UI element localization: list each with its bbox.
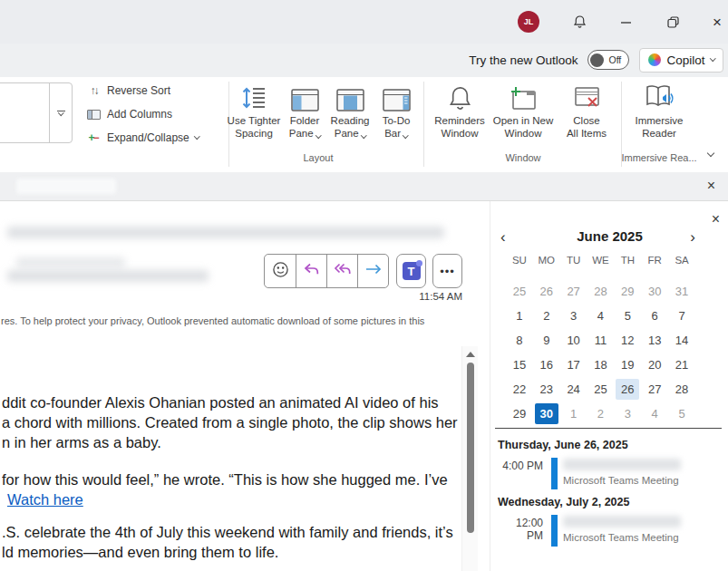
- react-button[interactable]: [265, 255, 296, 287]
- sort-arrows-icon: ↑↓: [86, 84, 102, 97]
- calendar-day[interactable]: 30: [641, 279, 668, 304]
- reply-button[interactable]: [296, 255, 326, 287]
- window-group-label: Window: [473, 152, 573, 163]
- body-line: ld memories—and even bring them to life.: [2, 542, 460, 562]
- calendar-day[interactable]: 18: [587, 353, 615, 377]
- calendar-day[interactable]: 9: [533, 328, 560, 353]
- reading-pane: T ••• 11:54 AM res. To help protect your…: [0, 201, 482, 571]
- button-label: To-Do: [383, 115, 411, 126]
- calendar-day[interactable]: 28: [587, 279, 615, 304]
- calendar-day[interactable]: 4: [587, 304, 615, 328]
- calendar-day[interactable]: 25: [506, 279, 533, 304]
- calendar-day[interactable]: 31: [668, 279, 695, 304]
- columns-icon: [86, 110, 102, 120]
- calendar-day[interactable]: 1: [506, 304, 533, 328]
- copilot-icon: [648, 53, 661, 66]
- calendar-day[interactable]: 13: [641, 328, 668, 353]
- calendar-day[interactable]: 29: [614, 279, 641, 304]
- agenda-item[interactable]: Wednesday, July 2, 2025 12:00 PM Microso…: [490, 496, 728, 547]
- close-all-items-button[interactable]: CloseAll Items: [558, 81, 615, 149]
- calendar-day[interactable]: 27: [560, 279, 587, 304]
- minimize-button[interactable]: [613, 11, 638, 33]
- calendar-day[interactable]: 3: [560, 304, 587, 328]
- share-to-teams-button[interactable]: T: [396, 254, 426, 288]
- use-tighter-spacing-button[interactable]: Use TighterSpacing: [230, 81, 277, 149]
- close-window-button[interactable]: ×: [704, 11, 728, 33]
- watch-here-link[interactable]: Watch here: [7, 491, 83, 508]
- reverse-sort-button[interactable]: ↑↓ Reverse Sort: [86, 82, 170, 99]
- body-line: for how this would feel,” he wrote. “Thi…: [2, 469, 460, 489]
- calendar-day[interactable]: 20: [641, 353, 668, 377]
- calendar-day[interactable]: 11: [587, 328, 615, 353]
- agenda-time: 4:00 PM: [498, 458, 543, 489]
- copilot-label: Copilot: [666, 53, 704, 67]
- close-icon: ×: [713, 15, 722, 30]
- toggle-knob: [590, 53, 604, 67]
- email-paragraph: for how this would feel,” he wrote. “Thi…: [2, 469, 460, 509]
- calendar-grid: 2526272829303112345678910111213141516171…: [506, 279, 695, 426]
- calendar-day[interactable]: 25: [587, 377, 615, 402]
- new-outlook-toggle[interactable]: Off: [587, 50, 629, 70]
- info-bar-close-button[interactable]: ×: [707, 179, 715, 193]
- forward-arrow-icon: [364, 262, 383, 280]
- forward-button[interactable]: [357, 255, 388, 287]
- ribbon-split-button[interactable]: [0, 82, 73, 143]
- reminders-window-button[interactable]: RemindersWindow: [432, 81, 487, 149]
- agenda-item[interactable]: Thursday, June 26, 2025 4:00 PM Microsof…: [490, 439, 728, 489]
- restore-button[interactable]: [660, 11, 685, 33]
- immersive-reader-button[interactable]: ImmersiveReader: [629, 81, 689, 149]
- copilot-button[interactable]: Copilot: [639, 48, 723, 73]
- calendar-day[interactable]: 7: [668, 304, 695, 328]
- split-dropdown-segment[interactable]: [49, 83, 72, 142]
- calendar-day[interactable]: 6: [641, 304, 668, 328]
- smiley-icon: [272, 261, 289, 282]
- calendar-nav: ‹ June 2025 ›: [490, 228, 728, 248]
- calendar-day[interactable]: 16: [533, 353, 560, 377]
- calendar-day[interactable]: 14: [668, 328, 695, 353]
- calendar-day[interactable]: 1: [560, 402, 587, 426]
- add-columns-button[interactable]: Add Columns: [86, 106, 172, 122]
- calendar-day[interactable]: 5: [614, 304, 641, 328]
- email-paragraph: ddit co-founder Alexis Ohanian posted an…: [2, 392, 460, 452]
- body-line: ddit co-founder Alexis Ohanian posted an…: [2, 392, 460, 412]
- todo-bar-button[interactable]: To-DoBar: [374, 81, 419, 149]
- calendar-day-header: SA: [668, 255, 695, 271]
- scroll-up-arrow-icon[interactable]: [466, 352, 475, 357]
- notifications-bell-button[interactable]: [567, 11, 592, 33]
- todo-bar-close-button[interactable]: ×: [712, 212, 720, 227]
- calendar-day[interactable]: 27: [641, 377, 668, 402]
- calendar-day[interactable]: 26: [533, 279, 560, 304]
- todo-bar-icon: [383, 81, 411, 111]
- calendar-day[interactable]: 17: [560, 353, 587, 377]
- calendar-day[interactable]: 21: [668, 353, 695, 377]
- calendar-day[interactable]: 29: [506, 402, 533, 426]
- calendar-day[interactable]: 26: [614, 377, 641, 402]
- calendar-day[interactable]: 2: [587, 402, 615, 426]
- account-avatar[interactable]: JL: [518, 11, 539, 33]
- calendar-day[interactable]: 23: [533, 377, 560, 402]
- scrollbar-thumb[interactable]: [467, 363, 474, 533]
- reading-pane-button[interactable]: ReadingPane: [327, 81, 373, 149]
- expand-collapse-button[interactable]: +− Expand/Collapse: [86, 130, 199, 146]
- teams-icon: T: [403, 262, 421, 280]
- calendar-day[interactable]: 3: [614, 402, 641, 426]
- calendar-day[interactable]: 2: [533, 304, 560, 328]
- blurred-sender-name: [16, 257, 125, 267]
- calendar-day[interactable]: 15: [506, 353, 533, 377]
- open-in-new-window-button[interactable]: Open in NewWindow: [491, 81, 555, 149]
- calendar-day[interactable]: 12: [614, 328, 641, 353]
- calendar-day[interactable]: 4: [641, 402, 668, 426]
- more-actions-button[interactable]: •••: [432, 254, 462, 288]
- calendar-day[interactable]: 30: [533, 402, 560, 426]
- reply-all-button[interactable]: [326, 255, 357, 287]
- calendar-day[interactable]: 19: [614, 353, 641, 377]
- calendar-day[interactable]: 5: [668, 402, 695, 426]
- calendar-day[interactable]: 22: [506, 377, 533, 402]
- reading-scrollbar[interactable]: [461, 346, 478, 571]
- folder-pane-button[interactable]: FolderPane: [282, 81, 327, 149]
- calendar-day[interactable]: 24: [560, 377, 587, 402]
- calendar-day[interactable]: 28: [668, 377, 695, 402]
- calendar-day[interactable]: 8: [506, 328, 533, 353]
- calendar-next-icon[interactable]: ›: [690, 228, 695, 247]
- calendar-day[interactable]: 10: [560, 328, 587, 353]
